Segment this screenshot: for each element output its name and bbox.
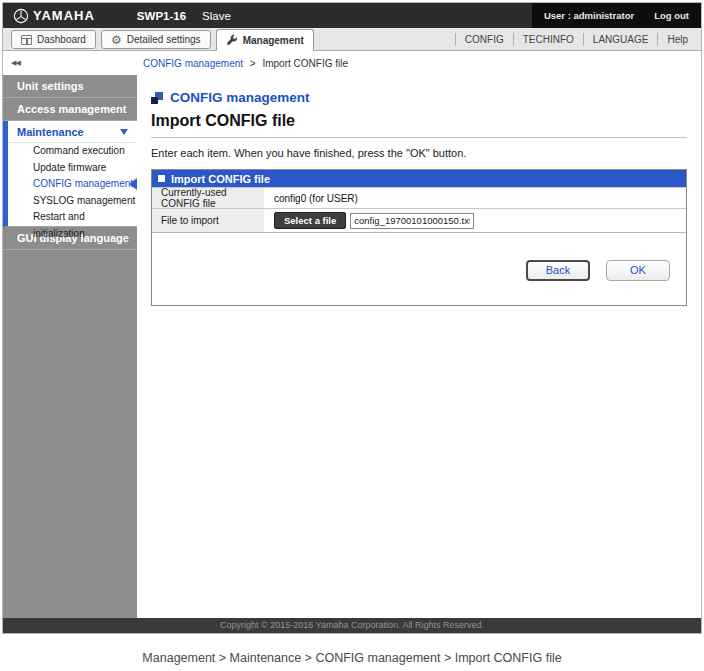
instruction-text: Enter each item. When you have finished,… [151, 147, 687, 159]
tab-bar: Dashboard ⚙ Detailed settings Management… [3, 28, 701, 51]
utility-link-config[interactable]: CONFIG [455, 33, 513, 46]
body-row: Unit settings Access management Maintena… [3, 75, 701, 618]
back-button[interactable]: Back [526, 260, 590, 281]
sidebar-item-maintenance[interactable]: Maintenance [8, 121, 137, 143]
row-label-file-to-import: File to import [152, 209, 264, 232]
tab-detailed-settings-label: Detailed settings [127, 34, 201, 45]
sidebar-item-config-management[interactable]: CONFIG management [8, 176, 137, 193]
screenshot-caption: Management > Maintenance > CONFIG manage… [0, 651, 704, 665]
sidebar-maintenance-section: Maintenance Command execution Update fir… [3, 121, 137, 227]
sidebar-item-maintenance-label: Maintenance [17, 126, 84, 138]
tab-management-label: Management [243, 35, 304, 46]
breadcrumb-link-config-management[interactable]: CONFIG management [143, 58, 243, 69]
device-mode: Slave [202, 10, 231, 22]
tab-dashboard[interactable]: Dashboard [11, 30, 96, 49]
utility-links: CONFIG TECHINFO LANGUAGE Help [455, 33, 701, 46]
sidebar-item-command-execution[interactable]: Command execution [8, 143, 137, 160]
section-header: CONFIG management [151, 90, 687, 105]
utility-link-language[interactable]: LANGUAGE [583, 33, 658, 46]
brand-text: YAMAHA [33, 8, 95, 23]
table-row-file-to-import: File to import Select a file [152, 208, 686, 232]
utility-link-techinfo[interactable]: TECHINFO [513, 33, 583, 46]
table-row-current-config: Currently-used CONFIG file config0 (for … [152, 187, 686, 208]
file-name-input[interactable] [350, 213, 474, 229]
tab-management[interactable]: Management [216, 29, 314, 51]
pages-icon [151, 92, 163, 104]
breadcrumb-current: Import CONFIG file [262, 58, 348, 69]
import-config-panel: Import CONFIG file Currently-used CONFIG… [151, 169, 687, 306]
sidebar: Unit settings Access management Maintena… [3, 75, 137, 618]
section-title: CONFIG management [170, 90, 310, 105]
sidebar-item-syslog-management[interactable]: SYSLOG management [8, 193, 137, 210]
active-item-marker-icon [129, 178, 137, 190]
breadcrumb-row: ◀◀ CONFIG management > Import CONFIG fil… [3, 51, 701, 75]
page-title: Import CONFIG file [151, 112, 687, 130]
button-area: Back OK [152, 232, 686, 305]
select-file-button[interactable]: Select a file [274, 212, 346, 229]
top-bar: YAMAHA SWP1-16 Slave User : administrato… [3, 3, 701, 28]
sidebar-item-unit-settings[interactable]: Unit settings [3, 75, 137, 98]
user-box: User : administrator Log out [532, 3, 701, 28]
panel-header: Import CONFIG file [152, 170, 686, 187]
chevron-down-icon [120, 129, 128, 135]
breadcrumb: CONFIG management > Import CONFIG file [143, 58, 348, 69]
row-value-file-to-import: Select a file [264, 209, 474, 232]
tab-dashboard-label: Dashboard [37, 34, 86, 45]
sidebar-item-update-firmware[interactable]: Update firmware [8, 160, 137, 177]
panel-header-label: Import CONFIG file [171, 173, 270, 185]
sidebar-item-access-management[interactable]: Access management [3, 98, 137, 121]
dashboard-icon [21, 35, 32, 45]
sidebar-item-config-management-label: CONFIG management [33, 178, 133, 189]
sidebar-filler [3, 250, 137, 619]
gear-icon: ⚙ [111, 35, 122, 45]
footer-copyright: Copyright © 2015-2016 Yamaha Corporation… [3, 618, 701, 633]
row-value-current-config: config0 (for USER) [264, 188, 358, 208]
sidebar-collapse-icon[interactable]: ◀◀ [11, 59, 20, 67]
utility-link-help[interactable]: Help [657, 33, 697, 46]
title-divider [151, 137, 687, 138]
row-label-current-config: Currently-used CONFIG file [152, 188, 264, 208]
sidebar-item-restart-initialization[interactable]: Restart and initialization [8, 209, 137, 226]
wrench-icon [226, 34, 238, 46]
ok-button[interactable]: OK [606, 260, 670, 281]
main-content: CONFIG management Import CONFIG file Ent… [137, 75, 701, 618]
device-model: SWP1-16 [137, 10, 186, 22]
user-label: User : administrator [544, 10, 634, 21]
square-bullet-icon [158, 175, 165, 182]
tab-detailed-settings[interactable]: ⚙ Detailed settings [101, 30, 211, 49]
logout-button[interactable]: Log out [654, 10, 689, 21]
app-window: YAMAHA SWP1-16 Slave User : administrato… [2, 2, 702, 634]
breadcrumb-separator: > [250, 58, 256, 69]
yamaha-logo: YAMAHA [13, 8, 95, 24]
yamaha-tuning-fork-icon [13, 8, 29, 24]
